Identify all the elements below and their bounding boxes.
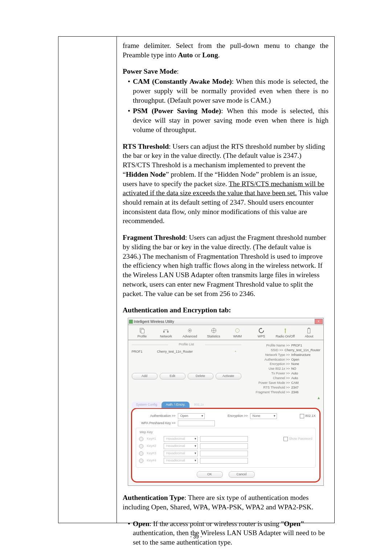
radio-icon[interactable]: [139, 437, 143, 441]
checkbox-icon: [300, 414, 304, 418]
wep-key-row: Key#3Hexadecimal: [139, 451, 313, 456]
detail-row: SSID >>Cherry_test_11n_Router: [244, 348, 320, 353]
wep-key-label: Key#2: [147, 444, 162, 448]
tab-system-config[interactable]: System Config: [132, 402, 162, 408]
tab-advanced[interactable]: Advanced: [179, 327, 200, 339]
bold: Authentication Type: [123, 494, 184, 501]
wep-key-input[interactable]: [200, 458, 248, 464]
encryption-select[interactable]: None: [250, 413, 277, 419]
radio-icon[interactable]: [139, 459, 143, 463]
tab-auth-encry[interactable]: Auth. \ Encry.: [162, 402, 189, 408]
profile-panel: Profile List PROF1 Cherry_test_11n_Route…: [128, 340, 323, 395]
power-save-mode-heading: Power Save Mode:: [123, 67, 328, 76]
bold: PSM (Power Saving Mode): [133, 107, 221, 115]
detail-key: Power Save Mode >>: [258, 381, 290, 385]
label: Show Password: [289, 437, 313, 440]
svg-rect-9: [308, 329, 310, 333]
tab-network[interactable]: Network: [155, 327, 176, 339]
gear-icon: [186, 327, 193, 334]
heading: Power Save Mode: [123, 67, 177, 75]
list-item: Shared: Shared key is when both the send…: [128, 552, 328, 554]
auth-types-list-2: Shared: Shared key is when both the send…: [123, 552, 328, 554]
tab-radio[interactable]: Radio On/Off: [275, 327, 296, 339]
detail-row: Tx Power >>Auto: [244, 372, 320, 376]
radio-icon[interactable]: [139, 451, 143, 456]
svg-point-10: [309, 328, 310, 329]
profile-details: Profile Name >>PROF1SSID >>Cherry_test_1…: [243, 340, 323, 395]
detail-key: Tx Power >>: [271, 372, 290, 376]
tab-label: Network: [160, 335, 172, 339]
bold: Fragment Threshold: [123, 234, 185, 241]
list-item: Open: If the access point or wireless ro…: [128, 519, 328, 547]
wep-key-input[interactable]: [200, 451, 248, 456]
window-title: Intelligent Wireless Utility: [129, 319, 174, 324]
select-value: None: [253, 414, 261, 418]
paragraph-auth-type: Authentication Type: There are six type …: [123, 493, 328, 512]
window-buttons: x: [315, 319, 323, 324]
tab-wps[interactable]: WPS: [251, 327, 272, 339]
close-icon[interactable]: x: [315, 319, 323, 324]
profile-list-heading: Profile List: [132, 342, 241, 347]
wep-format-select[interactable]: Hexadecimal: [164, 436, 198, 442]
detail-row: Channel >>Auto: [244, 376, 320, 381]
activate-button[interactable]: Activate: [216, 373, 241, 379]
wep-key-label: Key#3: [147, 451, 162, 456]
wep-key-input[interactable]: [200, 443, 248, 449]
page-number: - 39 -: [0, 534, 392, 539]
tab-8021x[interactable]: 802.1x: [189, 402, 208, 408]
authentication-select[interactable]: Open: [178, 413, 205, 419]
8021x-checkbox[interactable]: 802.1X: [300, 414, 316, 418]
screenshot-wireless-utility: Intelligent Wireless Utility x Profile N…: [128, 318, 324, 486]
show-password-checkbox[interactable]: Show Password: [283, 437, 313, 441]
detail-row: Use 802.1x >>NO: [244, 367, 320, 371]
detail-key: Network Type >>: [265, 353, 290, 357]
detail-value: CAM: [291, 381, 320, 385]
ok-button[interactable]: OK: [197, 471, 223, 478]
tab-profile[interactable]: Profile: [132, 327, 153, 339]
edit-button[interactable]: Edit: [160, 373, 185, 379]
sub-tabbar: System Config Auth. \ Encry. 802.1x: [128, 401, 323, 408]
select-value: Open: [180, 414, 188, 418]
wep-key-input[interactable]: [200, 436, 248, 442]
detail-key: SSID >>: [271, 348, 283, 353]
text: frame delimiter. Select from the pull-do…: [123, 42, 328, 59]
bold: RTS Threshold: [123, 143, 169, 150]
tab-wmm[interactable]: WMM: [227, 327, 248, 339]
tab-label: Statistics: [207, 335, 220, 339]
detail-row: Network Type >>Infrastructure: [244, 353, 320, 357]
svg-rect-3: [167, 331, 169, 333]
delete-button[interactable]: Delete: [188, 373, 213, 379]
collapse-arrow-icon[interactable]: ▴: [128, 395, 323, 402]
tab-label: About: [305, 335, 314, 339]
wep-key-row: Key#4Hexadecimal: [139, 458, 313, 464]
detail-value: PROF1: [291, 344, 320, 348]
wep-key-label: Key#4: [147, 459, 162, 463]
wep-format-select[interactable]: Hexadecimal: [164, 443, 198, 449]
wpa-psk-input[interactable]: [178, 420, 215, 426]
auth-encryption-highlight: Authentication >> Open Encryption >> Non…: [131, 408, 320, 483]
table-right-cell: frame delimiter. Select from the pull-do…: [117, 37, 334, 523]
bold: Open": [284, 520, 304, 528]
network-icon: [162, 327, 170, 334]
titlebar: Intelligent Wireless Utility x: [128, 318, 323, 325]
detail-value: None: [291, 362, 320, 366]
wep-key-row: Key#1HexadecimalShow Password: [139, 436, 313, 442]
svg-point-7: [236, 329, 240, 333]
wpa-psk-row: WPA Preshared Key >>: [136, 420, 316, 426]
add-button[interactable]: Add: [132, 373, 158, 379]
detail-value: Infrastructure: [291, 353, 320, 357]
globe-icon: [210, 327, 217, 334]
antenna-icon: [282, 327, 289, 334]
cancel-button[interactable]: Cancel: [229, 471, 255, 478]
profile-row[interactable]: PROF1 Cherry_test_11n_Router ⚬: [132, 349, 241, 355]
list-item: CAM (Constantly Awake Mode): When this m…: [128, 77, 328, 105]
auth-row: Authentication >> Open Encryption >> Non…: [136, 413, 316, 419]
tab-label: Radio On/Off: [276, 335, 295, 339]
radio-icon[interactable]: [139, 444, 143, 448]
wep-format-select[interactable]: Hexadecimal: [164, 458, 198, 464]
tab-statistics[interactable]: Statistics: [203, 327, 224, 339]
wep-format-select[interactable]: Hexadecimal: [164, 451, 198, 456]
detail-key: Authentication >>: [264, 358, 290, 362]
detail-key: Use 802.1x >>: [269, 367, 290, 371]
tab-about[interactable]: About: [298, 327, 319, 339]
